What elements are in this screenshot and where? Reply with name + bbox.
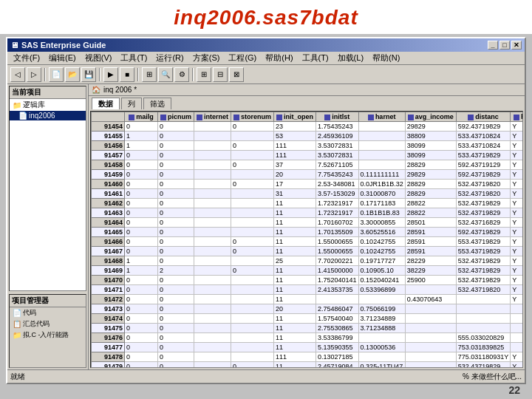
sidebar-nav[interactable]: 📁 拟.C -入/行能路 xyxy=(10,330,86,341)
cell-initlst: 3.53072831 xyxy=(316,141,359,151)
table-row: 9147000111.7520401410.15204024125900532.… xyxy=(92,276,524,285)
toolbar-forward[interactable]: ▷ xyxy=(27,67,41,82)
cell-avg_income: 38229 xyxy=(405,266,456,276)
col-avg-income[interactable]: avg_income xyxy=(405,112,456,122)
cell-hstate: Y xyxy=(511,132,523,141)
sidebar-item-library[interactable]: 📁 逻辑库 xyxy=(10,99,86,111)
cell-distanc: 532.43719829 xyxy=(456,256,511,266)
cell-picnum: 0 xyxy=(158,199,194,208)
sidebar-code[interactable]: 📄 代码 xyxy=(10,307,86,318)
statusbar: 就绪 % 来做些什么吧... xyxy=(7,369,525,383)
maximize-button[interactable]: □ xyxy=(499,41,510,50)
cell-init_open: 11 xyxy=(274,295,316,304)
menu-view[interactable]: 视图(V) xyxy=(81,52,117,64)
table-row: 91479000112.457190840.325-11TU47532.4371… xyxy=(92,362,524,369)
cell-storenum: 0 xyxy=(231,247,274,256)
menu-tool2[interactable]: 工具(T) xyxy=(298,52,333,64)
cell-storenum xyxy=(231,343,274,352)
toolbar-save[interactable]: 💾 xyxy=(81,67,96,82)
cell-distanc xyxy=(456,314,511,324)
cell-storenum xyxy=(231,189,274,199)
toolbar-stop[interactable]: ■ xyxy=(120,67,134,82)
toolbar-grid[interactable]: ⊞ xyxy=(142,67,157,82)
toolbar-extra3[interactable]: ⊠ xyxy=(229,67,244,82)
col-harnet[interactable]: harnet xyxy=(358,112,405,122)
toolbar-filter[interactable]: 🔍 xyxy=(158,67,173,82)
cell-hstate: Y xyxy=(511,160,523,170)
menu-load[interactable]: 加载(L) xyxy=(333,52,368,64)
col-hstate[interactable]: hstate xyxy=(511,112,523,122)
menu-edit[interactable]: 编辑(E) xyxy=(44,52,81,64)
cell-storenum xyxy=(231,304,274,314)
row-id: 91479 xyxy=(92,362,125,369)
cell-internet xyxy=(194,256,231,266)
minimize-button[interactable]: _ xyxy=(488,41,498,50)
cell-mailg: 0 xyxy=(125,199,158,208)
cell-distanc: 532.43716829 xyxy=(456,218,511,228)
tab-filter[interactable]: 筛选 xyxy=(143,98,171,109)
cell-internet xyxy=(194,141,231,151)
col-internet[interactable]: internet xyxy=(194,112,231,122)
cell-initlst: 1.41500000 xyxy=(316,266,359,276)
folder2-icon: 📁 xyxy=(13,331,21,339)
toolbar-extra2[interactable]: ⊟ xyxy=(213,67,228,82)
table-row: 9147600113.53386799555.033020829 xyxy=(92,333,524,343)
table-row: 9147700115.135903550.13000536753.0318398… xyxy=(92,343,524,352)
cell-distanc: 592.43719829 xyxy=(456,122,511,132)
col-initlst[interactable]: initlst xyxy=(316,112,359,122)
row-id: 91469 xyxy=(92,266,125,276)
cell-picnum: 0 xyxy=(158,304,194,314)
tab-data[interactable]: 数据 xyxy=(92,98,120,109)
toolbar-open[interactable]: 📂 xyxy=(65,67,80,82)
cell-mailg: 0 xyxy=(125,189,158,199)
cell-storenum xyxy=(231,256,274,266)
cell-picnum: 0 xyxy=(158,352,194,362)
menu-help1[interactable]: 帮助(H) xyxy=(261,52,297,64)
cell-storenum xyxy=(231,208,274,218)
col-distanc[interactable]: distanc xyxy=(456,112,511,122)
cell-avg_income xyxy=(405,314,456,324)
cell-init_open: 11 xyxy=(274,247,316,256)
cell-mailg: 1 xyxy=(125,141,158,151)
close-button[interactable]: ✕ xyxy=(511,41,522,50)
col-mailg[interactable]: mailg xyxy=(125,112,158,122)
cell-hstate: Y xyxy=(511,285,523,295)
menu-run[interactable]: 运行(R) xyxy=(151,52,188,64)
cell-avg_income: 29829 xyxy=(405,122,456,132)
cell-picnum: 0 xyxy=(158,295,194,304)
cell-avg_income xyxy=(405,343,456,352)
cell-storenum xyxy=(231,324,274,333)
menu-tool1[interactable]: 工具(T) xyxy=(116,52,151,64)
toolbar-extra1[interactable]: ⊞ xyxy=(197,67,211,82)
cell-avg_income: 28829 xyxy=(405,189,456,199)
menu-file[interactable]: 文件(F) xyxy=(9,52,44,64)
cell-harnet: 3.71234889 xyxy=(358,314,405,324)
cell-internet xyxy=(194,276,231,285)
menu-help2[interactable]: 帮助(N) xyxy=(368,52,404,64)
cell-initlst: 3.57-153029 xyxy=(316,189,359,199)
cell-harnet: 0.1B1B1B.83 xyxy=(358,208,405,218)
data-table-container[interactable]: mailg picnum internet storenum init_open… xyxy=(90,111,523,368)
tab-strip: 数据 列 筛选 xyxy=(89,96,525,109)
toolbar-new[interactable]: 📄 xyxy=(49,67,64,82)
toolbar-settings[interactable]: ⚙ xyxy=(174,67,189,82)
cell-picnum: 0 xyxy=(158,122,194,132)
toolbar-run[interactable]: ▶ xyxy=(103,67,118,82)
menu-scheme[interactable]: 方案(S) xyxy=(188,52,225,64)
sidebar-summary[interactable]: 📋 汇总代码 xyxy=(10,318,86,330)
sidebar-item-inq2006[interactable]: 📄 inq2006 xyxy=(10,111,86,120)
row-id: 91460 xyxy=(92,180,125,189)
menu-project[interactable]: 工程(G) xyxy=(224,52,261,64)
cell-hstate: Y xyxy=(511,237,523,247)
cell-storenum xyxy=(231,314,274,324)
col-storenum[interactable]: storenum xyxy=(231,112,274,122)
tab-columns[interactable]: 列 xyxy=(121,98,142,109)
cell-storenum xyxy=(231,199,274,208)
row-id: 91456 xyxy=(92,141,125,151)
col-init-open[interactable]: init_open xyxy=(274,112,316,122)
cell-harnet: 0.31000870 xyxy=(358,189,405,199)
cell-harnet xyxy=(358,295,405,304)
col-picnum[interactable]: picnum xyxy=(158,112,194,122)
toolbar-sep2 xyxy=(99,68,100,81)
toolbar-back[interactable]: ◁ xyxy=(10,67,25,82)
